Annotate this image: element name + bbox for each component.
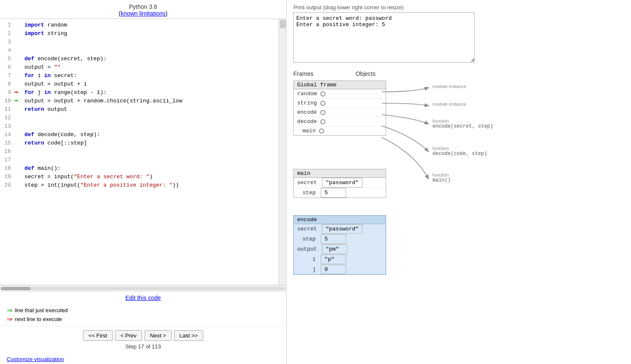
val-enc-output: "pm" — [322, 244, 347, 254]
frame-row-enc-step: step 5 — [294, 234, 386, 244]
line-number: 13 — [2, 123, 14, 129]
frame-row-encode: encode — [294, 108, 386, 117]
line-number: 19 — [2, 174, 14, 180]
code-scroll[interactable]: 1import random2import string3 4 5def enc… — [0, 19, 279, 285]
code-line-17: 17 — [0, 155, 279, 164]
customize-link[interactable]: Customize visualization — [7, 356, 64, 362]
code-area: 1import random2import string3 4 5def enc… — [0, 19, 286, 285]
val-enc-secret: "password" — [322, 224, 362, 234]
line-number: 2 — [2, 30, 14, 37]
frame-row-enc-secret: secret "password" — [294, 224, 386, 234]
line-code-11: return output — [24, 106, 67, 112]
frame-row-random: random — [294, 89, 386, 99]
var-enc-j: j — [294, 265, 319, 274]
visualization-area: Global frame random string encode — [293, 80, 624, 364]
frames-header: Frames — [293, 70, 313, 77]
last-button[interactable]: Last >> — [174, 330, 203, 341]
code-line-3: 3 — [0, 37, 279, 46]
frames-objects-section: Frames Objects Global frame random strin… — [287, 67, 631, 364]
step-info: Step 17 of 113 — [125, 343, 161, 350]
line-code-13 — [24, 123, 28, 129]
obj-module-1-label: module instance — [432, 84, 466, 89]
code-line-7: 7 for i in secret: — [0, 71, 279, 80]
line-code-15: return code[::step] — [24, 140, 87, 146]
code-line-4: 4 — [0, 46, 279, 54]
green-arrow-icon: ⇒ — [7, 306, 12, 314]
nav-buttons: << First < Prev Next > Last >> — [83, 330, 203, 341]
obj-encode-func: function encode(secret, step) — [432, 118, 493, 129]
obj-decode-func: function decode(code, step) — [432, 146, 487, 157]
known-limitations-link[interactable]: known limitations — [121, 10, 166, 17]
first-button[interactable]: << First — [83, 330, 113, 341]
scrollbar-right[interactable] — [279, 19, 286, 285]
var-enc-i: i — [294, 255, 319, 264]
line-code-2: import string — [24, 30, 67, 37]
frame-row-enc-output: output "pm" — [294, 244, 386, 254]
var-decode: decode — [294, 117, 320, 126]
line-code-5: def encode(secret, step): — [24, 56, 107, 62]
dot-string — [320, 101, 325, 106]
prev-button[interactable]: < Prev — [115, 330, 142, 341]
val-enc-i: "p" — [321, 254, 346, 264]
var-main-secret: secret — [294, 178, 320, 187]
code-line-1: 1import random — [0, 21, 279, 29]
line-code-6: output = "" — [24, 64, 61, 70]
line-code-19: secret = input("Enter a secret word: ") — [24, 174, 153, 180]
customize-link-section: Customize visualization — [0, 354, 286, 364]
line-code-14: def decode(code, step): — [24, 131, 100, 138]
frame-row-main: main — [294, 126, 386, 135]
line-code-4 — [24, 47, 28, 54]
print-output-content: Enter a secret word: password Enter a po… — [296, 15, 472, 28]
print-output-section: Print output (drag lower right corner to… — [287, 0, 631, 67]
frame-row-main-step: step 5 — [294, 188, 386, 198]
obj-module-2: module instance — [432, 102, 466, 107]
val-main-secret: "password" — [322, 178, 362, 187]
horizontal-scrollbar[interactable] — [0, 285, 286, 292]
line-number: 11 — [2, 106, 14, 112]
encode-frame-title: encode — [294, 216, 386, 224]
var-encode: encode — [294, 108, 320, 117]
line-code-12 — [24, 115, 28, 121]
h-track — [1, 287, 285, 290]
var-enc-step: step — [294, 235, 319, 244]
red-arrow: ➡ — [14, 88, 19, 96]
line-code-17 — [24, 157, 28, 163]
legend: ⇒ line that just executed ⇒ next line to… — [0, 304, 286, 326]
var-main-step: step — [294, 188, 319, 197]
line-code-8: output = output + i — [24, 81, 87, 87]
line-number: 10 — [2, 98, 14, 104]
legend-red: ⇒ next line to execute — [7, 315, 279, 323]
code-line-18: 18def main(): — [0, 164, 279, 172]
var-random: random — [294, 89, 320, 98]
var-enc-output: output — [294, 245, 320, 254]
code-line-15: 15 return code[::step] — [0, 139, 279, 147]
obj-encode-name: encode(secret, step) — [432, 123, 493, 129]
h-thumb[interactable] — [1, 287, 30, 290]
python-header: Python 3.6 (known limitations) — [0, 0, 286, 19]
line-arrow-9: ➡ — [14, 88, 24, 96]
print-output-box: Enter a secret word: password Enter a po… — [293, 12, 475, 63]
code-line-2: 2import string — [0, 29, 279, 37]
app: Python 3.6 (known limitations) 1import r… — [0, 0, 631, 364]
edit-code-link[interactable]: Edit this code — [125, 294, 161, 301]
frame-row-string: string — [294, 99, 386, 108]
val-enc-j: 0 — [321, 265, 346, 274]
right-panel: Print output (drag lower right corner to… — [287, 0, 631, 364]
line-code-3 — [24, 39, 28, 45]
line-code-7: for i in secret: — [24, 72, 77, 79]
next-button[interactable]: Next > — [145, 330, 172, 341]
code-line-8: 8 output = output + i — [0, 80, 279, 88]
line-number: 4 — [2, 47, 14, 54]
controls: << First < Prev Next > Last >> Step 17 o… — [0, 326, 286, 354]
code-line-20: 20 step = int(input("Enter a positive in… — [0, 181, 279, 189]
dot-main — [319, 128, 324, 134]
global-frame-title: Global frame — [294, 81, 386, 89]
obj-module-1: module instance — [432, 84, 466, 89]
resize-handle[interactable] — [469, 57, 474, 62]
obj-decode-name: decode(code, step) — [432, 151, 487, 157]
obj-module-2-label: module instance — [432, 102, 466, 107]
val-main-step: 5 — [321, 188, 346, 198]
code-line-6: 6 output = "" — [0, 63, 279, 71]
line-code-9: for j in range(step - 1): — [24, 89, 107, 96]
edit-link-section: Edit this code — [0, 292, 286, 304]
